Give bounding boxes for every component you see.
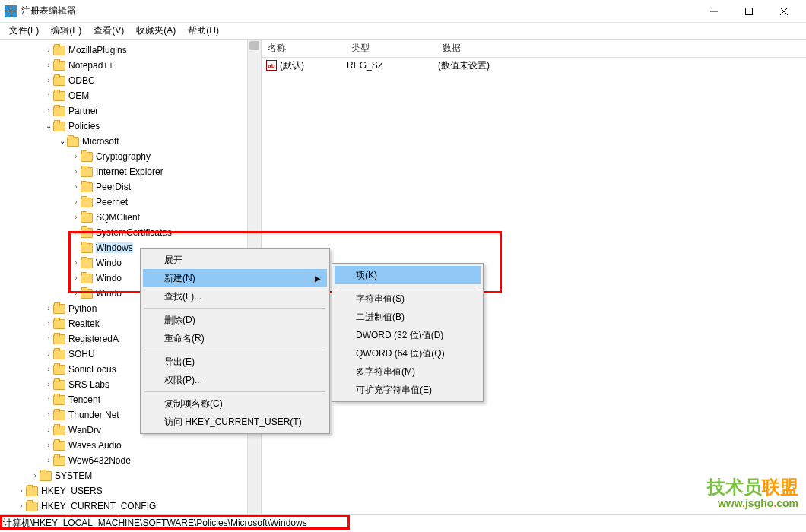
tree-item[interactable]: ›SQMClient: [0, 210, 261, 225]
chevron-right-icon[interactable]: ›: [44, 441, 53, 449]
chevron-right-icon[interactable]: ›: [44, 365, 53, 373]
tree-item[interactable]: ›HKEY_CURRENT_CONFIG: [0, 499, 261, 514]
tree-item-label: SYSTEM: [55, 470, 92, 481]
ctx-new-binary[interactable]: 二进制值(B): [335, 308, 481, 326]
tree-item[interactable]: ›Internet Explorer: [0, 164, 261, 179]
ctx-permissions[interactable]: 权限(P)...: [143, 371, 327, 389]
menu-edit[interactable]: 编辑(E): [45, 23, 87, 39]
app-icon: [5, 5, 17, 17]
chevron-right-icon[interactable]: ›: [71, 198, 81, 206]
tree-item[interactable]: ⌄Policies: [0, 119, 261, 134]
tree-item[interactable]: ›Waves Audio: [0, 438, 261, 453]
folder-icon: [53, 319, 65, 329]
chevron-right-icon[interactable]: ›: [44, 319, 53, 328]
tree-item[interactable]: ›Peernet: [0, 195, 261, 210]
tree-item-label: Windows: [96, 242, 133, 253]
chevron-right-icon[interactable]: ›: [71, 289, 81, 297]
title-bar: 注册表编辑器: [0, 0, 806, 23]
context-menu-new[interactable]: 项(K) 字符串值(S) 二进制值(B) DWORD (32 位)值(D) QW…: [332, 263, 484, 402]
ctx-new[interactable]: 新建(N)▶: [143, 269, 327, 287]
folder-icon: [67, 137, 79, 147]
ctx-rename[interactable]: 重命名(R): [143, 329, 327, 347]
tree-item-label: Policies: [68, 121, 100, 131]
col-type[interactable]: 类型: [345, 42, 436, 55]
tree-item[interactable]: ›Notepad++: [0, 58, 261, 73]
menu-fav[interactable]: 收藏夹(A): [130, 23, 182, 39]
col-name[interactable]: 名称: [262, 42, 345, 55]
chevron-right-icon[interactable]: ›: [71, 274, 81, 282]
menu-view[interactable]: 查看(V): [87, 23, 130, 39]
chevron-right-icon[interactable]: ›: [71, 152, 81, 160]
col-data[interactable]: 数据: [436, 42, 806, 55]
chevron-right-icon[interactable]: ›: [44, 380, 53, 388]
chevron-right-icon[interactable]: ›: [44, 456, 53, 464]
tree-item[interactable]: ›PeerDist: [0, 179, 261, 195]
folder-icon: [53, 456, 65, 466]
list-row[interactable]: ab (默认) REG_SZ (数值未设置): [262, 58, 806, 73]
menu-file[interactable]: 文件(F): [3, 23, 45, 39]
chevron-right-icon[interactable]: ›: [71, 182, 81, 191]
tree-item[interactable]: ›SystemCertificates: [0, 225, 261, 240]
ctx-new-multi-string[interactable]: 多字符串值(M): [335, 363, 481, 381]
folder-icon: [53, 76, 65, 86]
ctx-new-key[interactable]: 项(K): [335, 266, 481, 284]
chevron-right-icon[interactable]: ›: [44, 304, 53, 312]
tree-item-label: ODBC: [68, 75, 95, 86]
chevron-right-icon[interactable]: ›: [44, 426, 53, 434]
tree-item[interactable]: ›ODBC: [0, 73, 261, 88]
ctx-export[interactable]: 导出(E): [143, 353, 327, 371]
chevron-right-icon[interactable]: ›: [44, 91, 53, 100]
chevron-right-icon[interactable]: ›: [44, 61, 53, 69]
maximize-button[interactable]: [731, 0, 766, 23]
minimize-button[interactable]: [697, 0, 731, 23]
ctx-delete[interactable]: 删除(D): [143, 311, 327, 329]
folder-icon: [53, 410, 65, 420]
list-header[interactable]: 名称 类型 数据: [262, 40, 806, 58]
folder-icon: [81, 198, 93, 207]
chevron-right-icon[interactable]: ›: [17, 486, 26, 495]
tree-item[interactable]: ›Partner: [0, 103, 261, 119]
tree-item[interactable]: ›Wow6432Node: [0, 453, 261, 468]
tree-item-label: Internet Explorer: [96, 166, 163, 177]
tree-item[interactable]: ›OEM: [0, 88, 261, 103]
tree-item[interactable]: ›HKEY_USERS: [0, 483, 261, 499]
tree-item[interactable]: ›MozillaPlugins: [0, 43, 261, 58]
ctx-copy-key-name[interactable]: 复制项名称(C): [143, 394, 327, 413]
status-path: 计算机\HKEY_LOCAL_MACHINE\SOFTWARE\Policies…: [3, 517, 307, 530]
chevron-down-icon[interactable]: ⌄: [44, 122, 53, 130]
menu-help[interactable]: 帮助(H): [182, 23, 225, 39]
chevron-right-icon[interactable]: ›: [71, 228, 81, 236]
ctx-find[interactable]: 查找(F)...: [143, 287, 327, 306]
ctx-goto-hkcu[interactable]: 访问 HKEY_CURRENT_USER(T): [143, 413, 327, 431]
cell-type: REG_SZ: [347, 60, 438, 71]
context-menu-main[interactable]: 展开 新建(N)▶ 查找(F)... 删除(D) 重命名(R) 导出(E) 权限…: [140, 248, 330, 434]
tree-item-label: Tencent: [68, 394, 100, 405]
chevron-right-icon[interactable]: ›: [71, 213, 81, 221]
ctx-new-expand-string[interactable]: 可扩充字符串值(E): [335, 381, 481, 399]
chevron-right-icon[interactable]: ›: [44, 350, 53, 358]
chevron-right-icon[interactable]: ›: [44, 46, 53, 54]
ctx-new-string[interactable]: 字符串值(S): [335, 290, 481, 308]
chevron-right-icon[interactable]: ›: [44, 76, 53, 84]
chevron-right-icon[interactable]: ›: [44, 106, 53, 115]
ctx-new-dword[interactable]: DWORD (32 位)值(D): [335, 326, 481, 344]
tree-item-label: Python: [68, 303, 97, 314]
tree-item[interactable]: ›Cryptography: [0, 149, 261, 164]
chevron-right-icon[interactable]: ›: [44, 334, 53, 343]
scrollbar-thumb[interactable]: [249, 41, 259, 50]
tree-item-label: PeerDist: [96, 182, 131, 192]
chevron-right-icon[interactable]: ›: [17, 502, 26, 510]
chevron-right-icon[interactable]: ›: [71, 258, 81, 267]
chevron-right-icon[interactable]: ›: [30, 471, 40, 480]
tree-item[interactable]: ›SYSTEM: [0, 468, 261, 483]
separator: [336, 287, 479, 287]
chevron-right-icon[interactable]: ›: [44, 410, 53, 419]
close-button[interactable]: [766, 0, 801, 23]
folder-icon: [53, 395, 65, 405]
chevron-right-icon[interactable]: ›: [44, 395, 53, 404]
ctx-new-qword[interactable]: QWORD (64 位)值(Q): [335, 344, 481, 363]
chevron-down-icon[interactable]: ⌄: [58, 137, 67, 145]
chevron-right-icon[interactable]: ›: [71, 167, 81, 176]
tree-item[interactable]: ⌄Microsoft: [0, 134, 261, 149]
ctx-expand[interactable]: 展开: [143, 251, 327, 269]
